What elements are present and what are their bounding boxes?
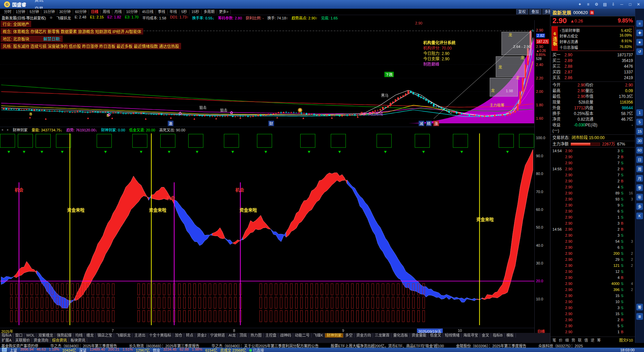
index-token[interactable]: 12967亿	[136, 347, 150, 352]
strip-tool-icon[interactable]: 日	[636, 156, 643, 163]
annotation-box[interactable]	[501, 32, 532, 55]
indicator-tab[interactable]: 海底寻宝	[462, 333, 480, 338]
strip-tool-icon[interactable]: ≡	[636, 20, 643, 27]
window-control-icon[interactable]: ✦	[576, 0, 584, 9]
indicator-tab[interactable]: 顶底	[238, 333, 249, 338]
indicator-tab[interactable]: 资金量能	[410, 333, 428, 338]
tick-row[interactable]: 2.90121S2	[550, 262, 635, 269]
bid-row[interactable]: 买二2.8935419	[550, 58, 635, 64]
indicator-tab[interactable]: 财神到家	[325, 333, 343, 338]
bid-row[interactable]: 买五2.862419	[550, 75, 635, 81]
index-token[interactable]: 1.51%	[122, 347, 133, 352]
window-control-icon[interactable]: ⚙	[592, 0, 601, 9]
period-item[interactable]: 周线	[101, 10, 112, 14]
indicator-tab[interactable]: 动能二号	[293, 333, 312, 338]
news-item[interactable]: 众辰科技（603275）：2025	[538, 343, 583, 348]
indicator-tab[interactable]: 三龙聚首	[373, 333, 391, 338]
period-item[interactable]: 15秒	[190, 10, 202, 14]
period-item[interactable]: 分时	[2, 10, 14, 14]
indicator-tab[interactable]: 窗口	[13, 333, 24, 338]
indicator-tab[interactable]: 均线	[73, 333, 85, 338]
tick-row[interactable]: 2.903B	[550, 220, 635, 226]
strip-tool-icon[interactable]: 筹	[636, 304, 643, 310]
index-token[interactable]: 总成交 23568亿	[220, 347, 246, 352]
tick-row[interactable]: 2.904B	[550, 275, 635, 281]
toolbar-button[interactable]: 叠加	[529, 9, 541, 14]
info-tab[interactable]: 综合资讯	[50, 338, 69, 343]
tick-row[interactable]: 2.902B	[550, 317, 635, 323]
indicator-tab[interactable]: 缠龙	[85, 333, 96, 338]
period-item[interactable]: 多周期	[202, 10, 217, 14]
indicator-tab[interactable]: 热力图	[249, 333, 264, 338]
detail-tab[interactable]: 值	[584, 337, 588, 343]
window-control-icon[interactable]: ⇩	[609, 0, 618, 9]
strip-tool-icon[interactable]: 1	[636, 109, 643, 116]
annotation-box[interactable]	[490, 78, 518, 97]
indicator-tab[interactable]: 转点	[184, 333, 195, 338]
window-control-icon[interactable]: ≡	[584, 0, 592, 9]
prev-indicator-icon[interactable]: ◂	[1, 128, 3, 131]
period-item[interactable]: 5秒	[179, 10, 190, 14]
indicator-tab[interactable]: 低金叉	[428, 333, 443, 338]
period-item[interactable]: 更多>	[217, 10, 231, 14]
tick-row[interactable]: 2.9093S3	[550, 196, 635, 202]
strip-tool-icon[interactable]: 月	[636, 175, 643, 182]
tick-row[interactable]: 2.9010S	[550, 299, 635, 305]
strip-tool-icon[interactable]: 季	[636, 184, 643, 191]
tick-row[interactable]: 2.901S	[550, 214, 635, 220]
indicator-tab[interactable]: 资金2	[195, 333, 208, 338]
indicator-tab[interactable]: 十全十美指标	[147, 333, 173, 338]
tick-row[interactable]: 2.904S	[550, 184, 635, 190]
sub-indicator-chart[interactable]: 机会机会机会资金来啦资金来啦资金来啦资金来啦	[0, 132, 534, 328]
strip-tool-icon[interactable]: 30	[636, 137, 643, 144]
indicator-tab[interactable]: 双紫缠龙	[37, 333, 55, 338]
indicator-tab[interactable]: 量化连板	[391, 333, 410, 338]
index-token[interactable]: 46.63	[37, 347, 46, 352]
window-control-icon[interactable]: ▤	[601, 0, 609, 9]
tick-row[interactable]: 14:552.902B	[550, 166, 635, 172]
strip-tool-icon[interactable]: ✚	[636, 30, 643, 36]
period-item[interactable]: 月线	[112, 10, 124, 14]
window-control-icon[interactable]: ✕	[634, 0, 643, 9]
period-item[interactable]: 15分钟	[41, 10, 57, 14]
detail-tab[interactable]: 细	[565, 337, 569, 343]
next-indicator-icon[interactable]: ▸	[7, 128, 9, 131]
tick-row[interactable]: 2.903S	[550, 232, 635, 238]
period-item[interactable]: 年线	[168, 10, 179, 14]
tick-row[interactable]: 2.905S	[550, 323, 635, 329]
tick-row[interactable]: 2.906S	[550, 208, 635, 214]
detail-tab[interactable]: 势	[572, 337, 575, 343]
indicator-tab[interactable]: 资金方向	[355, 333, 373, 338]
index-token[interactable]: 13489.40	[90, 347, 105, 352]
strip-tool-icon[interactable]: ★	[636, 39, 643, 46]
indicator-tab[interactable]: 加仓	[173, 333, 184, 338]
indicator-tab[interactable]: 指标B	[491, 333, 504, 338]
indicator-tab[interactable]: 飞碟K	[312, 333, 325, 338]
indicator-tab[interactable]: 金叉	[480, 333, 491, 338]
tick-row[interactable]: 2.9012S	[550, 269, 635, 275]
index-token[interactable]: 62.88	[179, 347, 189, 352]
info-tab[interactable]: 资金流向	[32, 338, 50, 343]
bid-row[interactable]: 买一2.901871737	[550, 52, 635, 58]
period-item[interactable]: 季线	[156, 10, 168, 14]
tick-row[interactable]: 2.9015S	[550, 293, 635, 299]
indicator-tab[interactable]: 模板	[505, 333, 516, 338]
tick-row[interactable]: 2.909S	[550, 202, 635, 208]
tick-row[interactable]: 2.9089S16	[550, 190, 635, 196]
info-tab[interactable]: 板块资讯	[69, 338, 87, 343]
tick-row[interactable]: 14:542.903S	[550, 148, 635, 154]
period-item[interactable]: 1分钟	[14, 10, 28, 14]
tick-row[interactable]: 2.901B	[550, 329, 635, 335]
toolbar-button[interactable]: 复权	[516, 9, 528, 14]
tick-row[interactable]: 2.90200S2	[550, 250, 635, 256]
period-item[interactable]: 5分钟	[28, 10, 41, 14]
f10-button[interactable]: 图文F10	[619, 337, 633, 343]
tick-row[interactable]: 2.902B	[550, 154, 635, 160]
indicator-tab[interactable]: 战神码	[278, 333, 293, 338]
index-token[interactable]: 10434亿	[62, 347, 76, 352]
indicator-tab[interactable]: 短线情绪	[443, 333, 462, 338]
tick-row[interactable]: 2.9029S2	[550, 256, 635, 262]
strip-tool-icon[interactable]: 60	[636, 147, 643, 154]
strip-tool-icon[interactable]: 5	[636, 119, 643, 125]
index-token[interactable]: 深证	[79, 347, 87, 352]
